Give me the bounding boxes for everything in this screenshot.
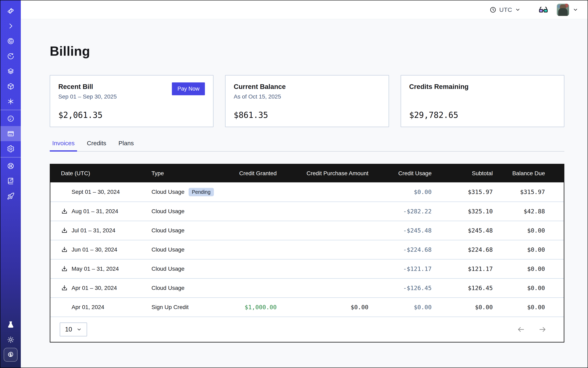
sidebar-item-labs[interactable]	[0, 317, 21, 332]
subtotal-cell: $126.45	[440, 285, 501, 292]
logo-icon	[7, 7, 15, 15]
wheel-icon	[7, 162, 15, 170]
download-invoice-button[interactable]	[61, 246, 68, 253]
download-invoice-button[interactable]	[61, 265, 68, 272]
download-placeholder	[61, 304, 68, 311]
download-invoice-button[interactable]	[61, 208, 68, 215]
subtotal-cell: $121.17	[440, 265, 501, 272]
subtotal-cell: $0.00	[440, 304, 501, 311]
invoices-table: Date (UTC)TypeCredit GrantedCredit Purch…	[50, 164, 564, 342]
balance-due-cell: $0.00	[501, 227, 565, 234]
column-header: Credit Granted	[228, 170, 285, 177]
sidebar-item-billing[interactable]	[0, 126, 21, 141]
sidebar-item-settings[interactable]	[0, 141, 21, 156]
billing-icon	[7, 130, 15, 138]
dollar-badge-icon	[4, 348, 18, 362]
chevron-down-icon[interactable]	[573, 7, 578, 12]
tab-invoices[interactable]: Invoices	[50, 140, 77, 151]
user-avatar[interactable]	[557, 4, 569, 16]
page-size-select[interactable]: 10	[60, 322, 87, 336]
invoice-type: Cloud Usage	[152, 227, 184, 234]
invoice-type: Cloud Usage	[152, 208, 184, 215]
page-size-value: 10	[65, 326, 72, 333]
table-header: Date (UTC)TypeCredit GrantedCredit Purch…	[50, 165, 564, 182]
invoice-type: Cloud Usage	[152, 246, 184, 253]
chevron-down-icon	[76, 327, 82, 332]
balance-due-cell: $0.00	[501, 246, 565, 253]
credit-usage-cell: -$126.45	[377, 285, 440, 292]
sidebar-item-credits-rewards[interactable]	[0, 347, 21, 362]
invoice-date: May 01 – 31, 2024	[72, 266, 119, 272]
prev-page-button[interactable]	[517, 325, 525, 333]
table-row: Apr 01 – 30, 2024 Cloud Usage -$126.45 $…	[50, 278, 564, 297]
invoice-type: Cloud Usage	[152, 266, 184, 272]
sidebar-item-activity[interactable]	[0, 48, 21, 64]
topbar: UTC	[21, 0, 588, 19]
tab-credits[interactable]: Credits	[84, 140, 109, 151]
sidebar-item-observability[interactable]	[0, 33, 21, 48]
column-header: Balance Due	[501, 170, 565, 177]
next-page-button[interactable]	[538, 325, 547, 333]
sidebar-item-theme-toggle[interactable]	[0, 332, 21, 347]
sidebar-item-app-logo[interactable]	[0, 3, 21, 18]
timezone-selector[interactable]: UTC	[489, 6, 521, 13]
subtotal-cell: $224.68	[440, 246, 501, 253]
pay-now-button[interactable]: Pay Now	[172, 83, 205, 95]
layers-icon	[7, 67, 15, 75]
book-sparkles-icon	[7, 177, 15, 185]
table-row: May 01 – 31, 2024 Cloud Usage -$121.17 $…	[50, 259, 564, 278]
download-placeholder	[61, 188, 68, 195]
invoice-type: Cloud Usage	[152, 285, 184, 291]
credit-usage-cell: $0.00	[377, 304, 440, 311]
current-balance-card: Current Balance As of Oct 15, 2025 $861.…	[225, 75, 389, 127]
rocket-icon	[7, 192, 15, 200]
balance-due-cell: $0.00	[501, 304, 565, 311]
balance-due-cell: $0.00	[501, 265, 565, 272]
invoice-date: Apr 01 – 30, 2024	[72, 285, 117, 291]
sidebar-item-services[interactable]	[0, 94, 21, 109]
sidebar-item-usage-dashboard[interactable]	[0, 111, 21, 126]
invoice-date: Sept 01 – 30, 2024	[72, 189, 120, 195]
summary-cards: Recent Bill Sep 01 – Sep 30, 2025 Pay No…	[50, 75, 564, 127]
sidebar-item-docs[interactable]	[0, 173, 21, 188]
column-header: Credit Usage	[377, 170, 440, 177]
recent-bill-card: Recent Bill Sep 01 – Sep 30, 2025 Pay No…	[50, 75, 213, 127]
sidebar-item-resources[interactable]	[0, 79, 21, 94]
table-footer: 10	[50, 317, 564, 342]
table-row: Jun 01 – 30, 2024 Cloud Usage -$224.68 $…	[50, 240, 564, 259]
appearance-toggle[interactable]	[538, 5, 548, 15]
glasses-icon	[538, 5, 548, 15]
tab-plans[interactable]: Plans	[116, 140, 136, 151]
sidebar	[0, 0, 21, 368]
column-header: Credit Purchase Amount	[285, 170, 377, 177]
sidebar-item-layers[interactable]	[0, 64, 21, 79]
credits-remaining-amount: $29,782.65	[409, 110, 556, 120]
credits-remaining-card: Credits Remaining $29,782.65	[401, 75, 564, 127]
column-header: Type	[142, 170, 228, 177]
subtotal-cell: $315.97	[440, 188, 501, 195]
sidebar-item-support[interactable]	[0, 158, 21, 173]
status-badge: Pending	[189, 188, 214, 196]
invoice-type: Sign Up Credit	[152, 304, 189, 311]
card-subtitle	[409, 93, 556, 100]
asterisk-icon	[7, 98, 15, 105]
main-area: UTC Billing Recent Bill Sep 01 – Sep 30,…	[21, 0, 588, 368]
download-invoice-button[interactable]	[61, 227, 68, 234]
balance-due-cell: $0.00	[501, 285, 565, 292]
page-title: Billing	[50, 44, 564, 59]
sidebar-item-expand-sidebar[interactable]	[0, 18, 21, 33]
credit-usage-cell: -$121.17	[377, 265, 440, 272]
balance-due-cell: $315.97	[501, 188, 565, 195]
credit-usage-cell: -$282.22	[377, 208, 440, 215]
download-invoice-button[interactable]	[61, 285, 68, 292]
card-title: Recent Bill	[58, 83, 117, 91]
card-title: Current Balance	[234, 83, 380, 91]
credit-usage-cell: $0.00	[377, 188, 440, 195]
recent-bill-amount: $2,061.35	[58, 110, 205, 120]
credit-usage-cell: -$224.68	[377, 246, 440, 253]
flask-icon	[7, 321, 15, 328]
chevron-down-icon	[515, 7, 521, 12]
timer-icon	[7, 52, 15, 60]
sidebar-item-getting-started[interactable]	[0, 188, 21, 203]
subtotal-cell: $325.10	[440, 208, 501, 215]
